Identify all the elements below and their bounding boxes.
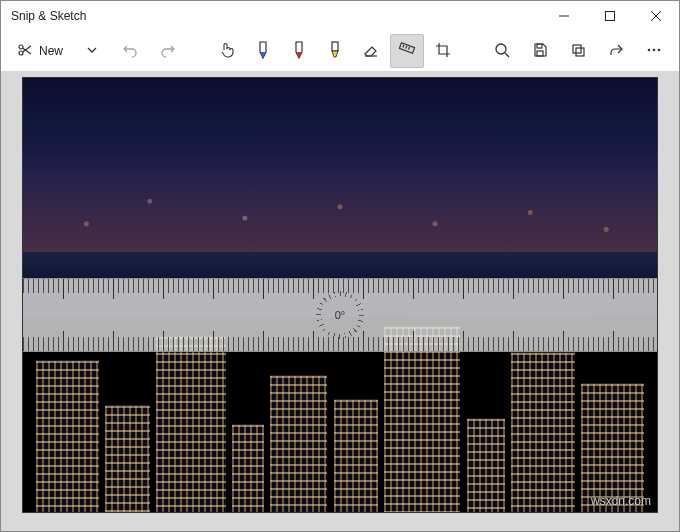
ruler-angle-label: 0°	[335, 309, 346, 321]
ruler-overlay[interactable]: 0°	[22, 278, 658, 352]
svg-line-20	[505, 53, 509, 57]
more-button[interactable]	[637, 34, 671, 68]
svg-rect-15	[399, 42, 414, 52]
svg-rect-23	[573, 45, 581, 53]
building	[467, 418, 505, 512]
building	[105, 405, 149, 512]
svg-point-27	[658, 48, 661, 51]
svg-rect-22	[537, 51, 543, 56]
svg-rect-24	[576, 48, 584, 56]
svg-line-18	[409, 46, 410, 49]
svg-line-16	[403, 44, 404, 47]
building	[511, 352, 574, 512]
copy-icon	[570, 42, 586, 61]
share-button[interactable]	[599, 34, 633, 68]
svg-point-26	[653, 48, 656, 51]
titlebar: Snip & Sketch	[1, 1, 679, 31]
new-label: New	[39, 44, 63, 58]
highlighter-icon	[327, 40, 343, 63]
more-icon	[646, 42, 662, 61]
window-title: Snip & Sketch	[11, 9, 86, 23]
undo-button[interactable]	[113, 34, 147, 68]
svg-marker-13	[332, 51, 338, 57]
close-button[interactable]	[633, 1, 679, 31]
pencil-button[interactable]	[282, 34, 316, 68]
building	[156, 336, 226, 512]
snip-image[interactable]: 0° wsxdn.com	[22, 77, 658, 513]
svg-line-17	[406, 45, 407, 48]
building	[581, 383, 644, 512]
chevron-down-icon	[87, 44, 97, 58]
share-icon	[608, 42, 624, 61]
minimize-button[interactable]	[541, 1, 587, 31]
copy-button[interactable]	[561, 34, 595, 68]
svg-rect-21	[537, 44, 542, 48]
ruler-icon	[398, 41, 416, 62]
zoom-icon	[494, 42, 510, 61]
pencil-icon	[291, 40, 307, 63]
maximize-button[interactable]	[587, 1, 633, 31]
toolbar: New	[1, 31, 679, 71]
ruler-button[interactable]	[390, 34, 424, 68]
toolbar-center	[210, 34, 460, 68]
redo-button[interactable]	[151, 34, 185, 68]
svg-point-19	[496, 44, 506, 54]
toolbar-left: New	[9, 34, 185, 68]
building	[384, 326, 460, 512]
svg-rect-1	[606, 12, 615, 21]
highlighter-button[interactable]	[318, 34, 352, 68]
watermark: wsxdn.com	[591, 494, 651, 508]
crop-button[interactable]	[426, 34, 460, 68]
building	[232, 424, 264, 512]
ballpoint-pen-button[interactable]	[246, 34, 280, 68]
eraser-button[interactable]	[354, 34, 388, 68]
window-controls	[541, 1, 679, 31]
save-icon	[532, 42, 548, 61]
toolbar-right	[485, 34, 671, 68]
svg-rect-12	[332, 42, 338, 51]
building	[36, 360, 99, 512]
save-button[interactable]	[523, 34, 557, 68]
building	[334, 399, 378, 512]
eraser-icon	[362, 41, 380, 62]
ballpoint-pen-icon	[255, 40, 271, 63]
new-dropdown-button[interactable]	[75, 34, 109, 68]
canvas-area: 0° wsxdn.com	[1, 71, 679, 531]
touch-writing-button[interactable]	[210, 34, 244, 68]
touch-icon	[218, 41, 236, 62]
building	[270, 375, 327, 512]
scissors-icon	[17, 42, 33, 61]
redo-icon	[160, 42, 176, 61]
crop-icon	[434, 41, 452, 62]
new-snip-button[interactable]: New	[9, 38, 71, 65]
undo-icon	[122, 42, 138, 61]
svg-point-25	[648, 48, 651, 51]
zoom-button[interactable]	[485, 34, 519, 68]
